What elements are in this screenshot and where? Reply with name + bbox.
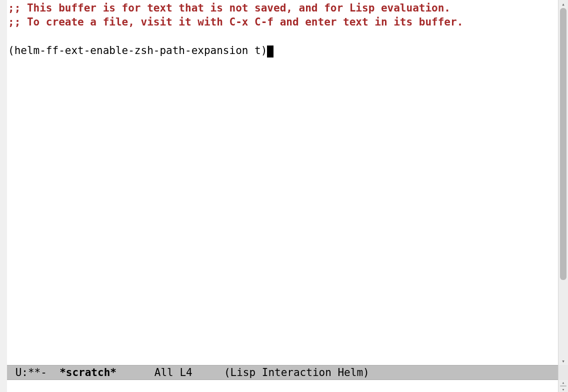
left-fringe: [0, 0, 7, 392]
scroll-thumb[interactable]: [560, 8, 566, 280]
mode-line[interactable]: U:**- *scratch* All L4 (Lisp Interaction…: [7, 365, 558, 380]
scrollbar-column: ▴ ▾ ▴ ▾: [558, 0, 568, 392]
text-cursor: [267, 46, 274, 58]
main-column: ;; This buffer is for text that is not s…: [7, 0, 558, 392]
lisp-code-line: (helm-ff-ext-enable-zsh-path-expansion t…: [8, 44, 267, 56]
scroll-up-arrow-icon[interactable]: ▴: [558, 0, 568, 8]
mini-scroll-thumb[interactable]: [560, 386, 566, 386]
mini-scroll-down-icon[interactable]: ▾: [558, 387, 568, 392]
minibuffer[interactable]: [7, 380, 558, 392]
modeline-position: All L4: [116, 366, 224, 378]
minibuffer-scrollbar: ▴ ▾: [558, 380, 568, 392]
emacs-frame: ;; This buffer is for text that is not s…: [0, 0, 568, 392]
scrollbar-modeline-spacer: [558, 365, 568, 380]
comment-line-1: ;; This buffer is for text that is not s…: [8, 2, 450, 14]
scroll-track[interactable]: [558, 8, 568, 357]
mini-scroll-up-icon[interactable]: ▴: [558, 380, 568, 385]
scroll-down-arrow-icon[interactable]: ▾: [558, 357, 568, 365]
modeline-status: U:**-: [9, 366, 60, 378]
modeline-buffer-name: *scratch*: [60, 366, 116, 378]
scratch-buffer[interactable]: ;; This buffer is for text that is not s…: [7, 0, 558, 365]
modeline-mode: (Lisp Interaction Helm): [224, 366, 370, 378]
comment-line-2: ;; To create a file, visit it with C-x C…: [8, 16, 463, 28]
